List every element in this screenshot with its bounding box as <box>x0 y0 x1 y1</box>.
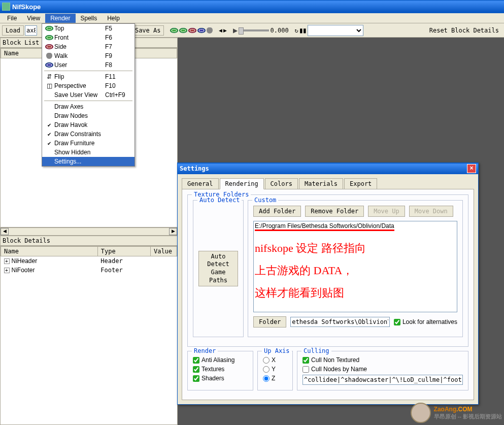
expand-icon[interactable]: + <box>4 258 10 264</box>
play-icon[interactable] <box>233 27 238 34</box>
next-icon[interactable]: ▶ <box>223 28 227 33</box>
menu-side[interactable]: SideF7 <box>42 42 135 51</box>
texture-folders-fieldset: Texture Folders Auto Detect Auto Detect … <box>187 194 468 347</box>
axis-z-radio[interactable]: Z <box>263 375 287 382</box>
auto-detect-game-paths-button[interactable]: Auto Detect Game Paths <box>198 251 238 286</box>
move-up-button[interactable]: Move Up <box>368 206 405 217</box>
render-fieldset: Render Anti Aliasing Textures Shaders <box>187 351 253 390</box>
menu-front[interactable]: FrontF6 <box>42 33 135 42</box>
menu-draw-nodes[interactable]: Draw Nodes <box>42 111 135 120</box>
menu-draw-constraints[interactable]: Draw Constraints <box>42 129 135 139</box>
tab-export[interactable]: Export <box>344 178 377 189</box>
col-type[interactable]: Type <box>97 246 150 256</box>
tab-colors[interactable]: Colors <box>265 178 298 189</box>
menu-top[interactable]: TopF5 <box>42 24 135 33</box>
custom-fieldset: Custom Add Folder Remove Folder Move Up … <box>248 200 463 337</box>
axis-y-radio[interactable]: Y <box>263 366 287 373</box>
pause-icon[interactable]: ▮▮ <box>299 27 307 34</box>
check-icon <box>44 141 54 146</box>
scroll-left-icon[interactable]: ◀ <box>1 228 9 235</box>
settings-tabs: General Rendering Colors Materials Expor… <box>182 178 474 189</box>
menu-user[interactable]: UserF8 <box>42 60 135 70</box>
list-item[interactable]: E:/Program Files/Bethesda Softworks/Obli… <box>255 222 394 231</box>
hscrollbar[interactable]: ◀ ▶ <box>0 227 178 236</box>
menu-settings[interactable]: Settings... <box>42 157 135 166</box>
block-details[interactable]: Name Type Value +NiHeader Header +NiFoot… <box>0 246 178 426</box>
table-row[interactable]: +NiFooter Footer <box>1 266 177 275</box>
menu-save-user-view[interactable]: Save User ViewCtrl+F9 <box>42 90 135 100</box>
reset-block-details-button[interactable]: Reset Block Details <box>426 26 502 35</box>
menu-render[interactable]: Render <box>45 14 75 23</box>
block-details-header: Block Details <box>0 236 178 246</box>
annotation-text: nifskope 设定 路径指向 上古游戏的 DATA， 这样才能看到贴图 <box>255 237 456 304</box>
anti-aliasing-checkbox[interactable]: Anti Aliasing <box>193 356 248 364</box>
eye-green-icon <box>45 26 53 31</box>
time-value: 0.000 <box>270 27 288 34</box>
cull-by-name-checkbox[interactable]: Cull Nodes by Name <box>303 366 463 373</box>
watermark: ZaoAng.COM 早昂原创 -- 影视后期资源站 <box>411 403 502 423</box>
load-button[interactable]: Load <box>2 25 24 36</box>
menu-help[interactable]: Help <box>102 14 125 23</box>
check-icon <box>44 122 54 128</box>
render-dropdown: TopF5 FrontF6 SideF7 WalkF9 UserF8 ⇵Flip… <box>42 23 135 167</box>
expand-icon[interactable]: + <box>4 268 10 273</box>
folder-button[interactable]: Folder <box>253 316 286 328</box>
menubar: File View Render Spells Help <box>0 13 504 23</box>
view-top-icon[interactable] <box>170 28 178 33</box>
view-side-icon[interactable] <box>188 28 196 33</box>
eye-red-icon <box>45 44 53 49</box>
up-axis-fieldset: Up Axis X Y Z <box>257 351 293 390</box>
perspective-icon: ◫ <box>44 82 54 89</box>
path-prefix-input[interactable] <box>25 25 37 36</box>
anim-select[interactable] <box>308 25 363 36</box>
menu-show-hidden[interactable]: Show Hidden <box>42 148 135 157</box>
menu-spells[interactable]: Spells <box>76 14 103 23</box>
close-icon[interactable]: × <box>467 164 476 173</box>
cull-non-textured-checkbox[interactable]: Cull Non Textured <box>303 356 463 364</box>
remove-folder-button[interactable]: Remove Folder <box>305 206 364 217</box>
time-slider[interactable] <box>239 29 269 31</box>
axis-x-radio[interactable]: X <box>263 356 287 364</box>
prev-icon[interactable]: ◀ <box>219 28 222 33</box>
folder-path-input[interactable] <box>290 317 390 327</box>
scroll-right-icon[interactable]: ▶ <box>169 228 177 235</box>
menu-file[interactable]: File <box>2 14 22 23</box>
col-value[interactable]: Value <box>150 246 177 256</box>
menu-perspective[interactable]: ◫PerspectiveF10 <box>42 81 135 90</box>
cull-regex-input[interactable] <box>303 375 463 385</box>
menu-draw-havok[interactable]: Draw Havok <box>42 120 135 129</box>
view-user-icon[interactable] <box>197 28 206 33</box>
menu-view[interactable]: View <box>22 14 45 23</box>
culling-fieldset: Culling Cull Non Textured Cull Nodes by … <box>297 351 468 390</box>
auto-detect-fieldset: Auto Detect Auto Detect Game Paths <box>193 200 244 337</box>
move-down-button[interactable]: Move Down <box>409 206 453 217</box>
eye-blue-icon <box>45 62 53 68</box>
folder-listbox[interactable]: E:/Program Files/Bethesda Softworks/Obli… <box>253 221 457 312</box>
tab-rendering[interactable]: Rendering <box>220 178 264 189</box>
table-row[interactable]: +NiHeader Header <box>1 256 177 266</box>
textures-checkbox[interactable]: Textures <box>193 366 248 373</box>
menu-draw-axes[interactable]: Draw Axes <box>42 102 135 111</box>
menu-walk[interactable]: WalkF9 <box>42 51 135 60</box>
shaders-checkbox[interactable]: Shaders <box>193 375 248 382</box>
save-as-button[interactable]: Save As <box>131 25 164 36</box>
flip-icon: ⇵ <box>44 73 54 80</box>
tab-materials[interactable]: Materials <box>299 178 343 189</box>
walk-icon[interactable] <box>207 27 213 34</box>
add-folder-button[interactable]: Add Folder <box>253 206 301 217</box>
view-front-icon[interactable] <box>179 28 187 33</box>
menu-flip[interactable]: ⇵FlipF11 <box>42 72 135 81</box>
titlebar: NifSkope <box>0 0 504 13</box>
tab-general[interactable]: General <box>182 178 219 189</box>
tab-content: Texture Folders Auto Detect Auto Detect … <box>182 189 474 400</box>
eye-green-icon <box>45 35 53 40</box>
settings-dialog: Settings × General Rendering Colors Mate… <box>177 162 479 405</box>
app-icon <box>2 3 10 11</box>
app-title: NifSkope <box>12 3 41 11</box>
loop-icon[interactable]: ↻ <box>295 27 298 34</box>
look-for-alternatives-checkbox[interactable]: Look for alternatives <box>394 318 457 325</box>
dialog-titlebar[interactable]: Settings × <box>178 163 478 174</box>
footprint-icon <box>46 53 52 59</box>
menu-draw-furniture[interactable]: Draw Furniture <box>42 139 135 148</box>
col-name[interactable]: Name <box>1 246 98 256</box>
